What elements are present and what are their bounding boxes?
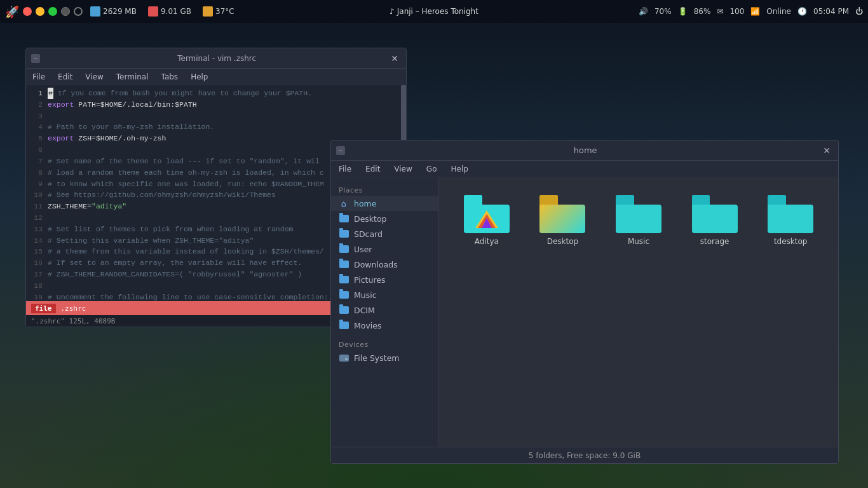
terminal-line: 2 export PATH=$HOME/.local/bin:$PATH bbox=[30, 99, 402, 111]
terminal-minimize-button[interactable] bbox=[31, 54, 40, 63]
volume-icon: 🔊 bbox=[639, 7, 648, 16]
sidebar-item-dcim[interactable]: DCIM bbox=[331, 302, 438, 318]
vim-info-text: ".zshrc" 125L, 4089B bbox=[31, 317, 115, 325]
email-text: 100 bbox=[729, 7, 744, 16]
terminal-line: 4 # Path to your oh-my-zsh installation. bbox=[30, 121, 402, 133]
taskbar: 🚀 2629 MB 9.01 GB 37°C ♪ Janji – Heroes … bbox=[0, 0, 868, 23]
fm-main: Aditya Desktop Music bbox=[439, 177, 838, 447]
terminal-menu-help[interactable]: Help bbox=[188, 71, 210, 83]
folder-icon-aditya bbox=[464, 195, 510, 233]
folder-item-aditya[interactable]: Aditya bbox=[452, 190, 522, 251]
volume-text: 70% bbox=[654, 7, 672, 16]
user-folder-icon bbox=[339, 244, 349, 254]
dot-yellow[interactable] bbox=[36, 7, 44, 16]
fm-controls bbox=[336, 146, 345, 155]
fm-status-text: 5 folders, Free space: 9.0 GiB bbox=[529, 451, 641, 460]
folder-music-label: Music bbox=[628, 237, 649, 246]
folder-aditya-label: Aditya bbox=[475, 237, 499, 246]
dot-red[interactable] bbox=[23, 7, 32, 16]
terminal-line: 3 bbox=[30, 111, 402, 122]
music-folder-icon bbox=[339, 290, 349, 300]
fm-menu-help[interactable]: Help bbox=[448, 163, 470, 175]
terminal-menu-tabs[interactable]: Tabs bbox=[159, 71, 181, 83]
taskbar-center: ♪ Janji – Heroes Tonight bbox=[390, 7, 478, 16]
folder-icon-music bbox=[616, 195, 661, 233]
terminal-title: Terminal - vim .zshrc bbox=[45, 54, 388, 63]
terminal-line: 1 # If you come from bash you might have… bbox=[30, 88, 402, 99]
sidebar-item-home[interactable]: ⌂ home bbox=[331, 196, 438, 211]
battery-text: 86% bbox=[694, 7, 711, 16]
terminal-menu-edit[interactable]: Edit bbox=[55, 71, 75, 83]
sidebar-item-filesystem[interactable]: File System bbox=[331, 350, 438, 365]
temperature-text: 37°C bbox=[215, 7, 234, 16]
terminal-titlebar: Terminal - vim .zshrc ✕ bbox=[26, 48, 406, 69]
folder-item-tdesktop[interactable]: tdesktop bbox=[756, 190, 825, 251]
fm-menu-go[interactable]: Go bbox=[424, 163, 440, 175]
fm-menu-edit[interactable]: Edit bbox=[363, 163, 383, 175]
folder-icon-desktop bbox=[539, 195, 585, 233]
music-text: Janji – Heroes Tonight bbox=[397, 7, 478, 16]
power-icon[interactable]: ⏻ bbox=[855, 7, 863, 16]
folder-icon-tdesktop bbox=[768, 195, 813, 233]
terminal-menu-file[interactable]: File bbox=[30, 71, 48, 83]
fm-minimize-button[interactable] bbox=[336, 146, 345, 155]
sidebar-item-pictures[interactable]: Pictures bbox=[331, 272, 438, 287]
fm-close-button[interactable]: ✕ bbox=[820, 146, 833, 156]
sidebar-item-sdcard[interactable]: SDcard bbox=[331, 226, 438, 241]
clock-icon: 🕐 bbox=[797, 7, 807, 16]
svg-rect-0 bbox=[34, 58, 37, 58]
sidebar-home-label: home bbox=[354, 199, 376, 208]
sdcard-folder-icon bbox=[339, 229, 349, 239]
temperature-item: 37°C bbox=[199, 5, 238, 18]
devices-label: Devices bbox=[331, 338, 438, 350]
ram-usage-item: 2629 MB bbox=[86, 5, 140, 18]
fm-menu-view[interactable]: View bbox=[391, 163, 414, 175]
filesystem-icon bbox=[339, 353, 349, 363]
temp-icon bbox=[203, 6, 213, 17]
sidebar-item-music[interactable]: Music bbox=[331, 287, 438, 302]
folder-desktop-label: Desktop bbox=[547, 237, 579, 246]
sidebar-pictures-label: Pictures bbox=[354, 275, 386, 285]
desktop-folder-icon bbox=[339, 214, 349, 224]
rocket-icon[interactable]: 🚀 bbox=[5, 5, 19, 18]
sidebar-item-user[interactable]: User bbox=[331, 241, 438, 257]
filemanager-window: home ✕ File Edit View Go Help Places ⌂ h… bbox=[330, 140, 839, 464]
battery-icon: 🔋 bbox=[678, 7, 688, 16]
vim-filename: .zshrc bbox=[61, 304, 86, 313]
folder-item-music[interactable]: Music bbox=[604, 190, 674, 251]
folder-item-desktop[interactable]: Desktop bbox=[528, 190, 598, 251]
dot-outline[interactable] bbox=[74, 7, 83, 16]
dot-gray[interactable] bbox=[61, 7, 70, 16]
sidebar-user-label: User bbox=[354, 245, 372, 254]
places-label: Places bbox=[331, 184, 438, 196]
fm-sidebar: Places ⌂ home Desktop SDcard bbox=[331, 177, 439, 447]
terminal-controls bbox=[31, 54, 40, 63]
taskbar-left: 🚀 2629 MB 9.01 GB 37°C bbox=[5, 5, 635, 18]
disk-usage-item: 9.01 GB bbox=[144, 5, 195, 18]
disk-usage-text: 9.01 GB bbox=[161, 7, 191, 16]
terminal-menu-terminal[interactable]: Terminal bbox=[114, 71, 151, 83]
movies-folder-icon bbox=[339, 320, 349, 330]
terminal-close-button[interactable]: ✕ bbox=[388, 53, 401, 64]
sidebar-desktop-label: Desktop bbox=[354, 214, 387, 224]
fm-body: Places ⌂ home Desktop SDcard bbox=[331, 177, 838, 447]
sidebar-dcim-label: DCIM bbox=[354, 306, 375, 315]
fm-menubar: File Edit View Go Help bbox=[331, 161, 838, 177]
sidebar-filesystem-label: File System bbox=[354, 353, 400, 363]
downloads-folder-icon bbox=[339, 259, 349, 269]
sidebar-item-desktop[interactable]: Desktop bbox=[331, 211, 438, 226]
network-icon: 📶 bbox=[750, 7, 760, 16]
sidebar-item-downloads[interactable]: Downloads bbox=[331, 257, 438, 272]
sidebar-sdcard-label: SDcard bbox=[354, 229, 383, 239]
terminal-menu-view[interactable]: View bbox=[83, 71, 105, 83]
dot-green[interactable] bbox=[48, 7, 57, 16]
folder-icon-storage bbox=[692, 195, 738, 233]
fm-menu-file[interactable]: File bbox=[336, 163, 354, 175]
sidebar-item-movies[interactable]: Movies bbox=[331, 318, 438, 333]
folder-item-storage[interactable]: storage bbox=[680, 190, 750, 251]
folder-tdesktop-label: tdesktop bbox=[774, 237, 808, 246]
ram-usage-text: 2629 MB bbox=[103, 7, 137, 16]
fm-titlebar: home ✕ bbox=[331, 140, 838, 161]
taskbar-right: 🔊 70% 🔋 86% ✉ 100 📶 Online 🕐 05:04 PM ⏻ bbox=[639, 7, 863, 16]
aditya-logo bbox=[474, 209, 499, 229]
